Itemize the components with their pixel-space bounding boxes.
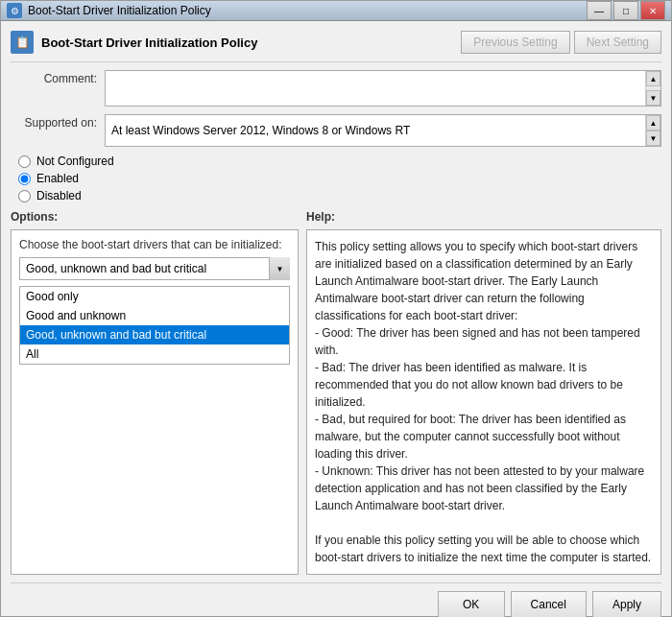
radio-disabled[interactable]: Disabled [18, 189, 661, 202]
window-title: Boot-Start Driver Initialization Policy [28, 4, 211, 17]
header-title: 📋 Boot-Start Driver Initialization Polic… [11, 31, 257, 54]
radio-enabled[interactable]: Enabled [18, 172, 661, 185]
radio-not-configured-label: Not Configured [36, 154, 114, 168]
minimize-button[interactable]: — [587, 1, 612, 20]
policy-title: Boot-Start Driver Initialization Policy [41, 36, 257, 50]
prev-setting-button[interactable]: Previous Setting [461, 31, 569, 54]
scroll-up-arrow2[interactable]: ▲ [646, 115, 660, 131]
ok-button[interactable]: OK [438, 591, 505, 617]
radio-enabled-input[interactable] [18, 173, 31, 185]
options-panel: Options: Choose the boot-start drivers t… [11, 210, 299, 575]
radio-enabled-label: Enabled [36, 172, 79, 185]
driver-select[interactable]: Good only Good and unknown Good, unknown… [19, 257, 290, 280]
radio-not-configured[interactable]: Not Configured [18, 154, 661, 168]
dropdown-item-good-unknown-bad[interactable]: Good, unknown and bad but critical [20, 325, 289, 344]
radio-disabled-label: Disabled [36, 189, 82, 202]
help-label: Help: [306, 210, 661, 224]
comment-scrollbar: ▲ ▼ [645, 71, 660, 106]
window-icon: ⚙ [7, 3, 22, 18]
options-inner-label: Choose the boot-start drivers that can b… [19, 238, 290, 251]
help-text: This policy setting allows you to specif… [306, 229, 661, 575]
supported-label: Supported on: [11, 114, 97, 130]
maximize-button[interactable]: □ [613, 1, 638, 20]
main-split: Options: Choose the boot-start drivers t… [11, 210, 661, 575]
help-panel: Help: This policy setting allows you to … [306, 210, 661, 575]
comment-label: Comment: [11, 70, 97, 85]
radio-section: Not Configured Enabled Disabled [11, 154, 661, 202]
scroll-down-arrow2[interactable]: ▼ [646, 131, 660, 146]
title-bar-left: ⚙ Boot-Start Driver Initialization Polic… [7, 3, 211, 18]
close-button[interactable]: ✕ [640, 1, 665, 20]
header-row: 📋 Boot-Start Driver Initialization Polic… [11, 31, 661, 62]
supported-wrapper: At least Windows Server 2012, Windows 8 … [105, 114, 661, 147]
supported-scrollbar: ▲ ▼ [645, 115, 660, 146]
scroll-up-arrow[interactable]: ▲ [646, 71, 660, 86]
nav-buttons: Previous Setting Next Setting [461, 31, 661, 54]
options-label: Options: [11, 210, 299, 224]
dropdown-item-all[interactable]: All [20, 344, 289, 364]
supported-row: Supported on: At least Windows Server 20… [11, 114, 661, 147]
bottom-bar: OK Cancel Apply [11, 582, 661, 617]
dropdown-item-good-only[interactable]: Good only [20, 287, 289, 306]
dropdown-item-good-unknown[interactable]: Good and unknown [20, 306, 289, 325]
radio-disabled-input[interactable] [18, 190, 31, 202]
apply-button[interactable]: Apply [592, 591, 661, 617]
comment-textarea[interactable] [106, 71, 645, 106]
radio-not-configured-input[interactable] [18, 155, 31, 168]
comment-textarea-wrapper: ▲ ▼ [105, 70, 661, 107]
dropdown-list: Good only Good and unknown Good, unknown… [19, 286, 290, 365]
comment-row: Comment: ▲ ▼ [11, 70, 661, 107]
cancel-button[interactable]: Cancel [511, 591, 587, 617]
scroll-down-arrow[interactable]: ▼ [646, 90, 660, 106]
supported-value: At least Windows Server 2012, Windows 8 … [106, 115, 645, 146]
content-area: 📋 Boot-Start Driver Initialization Polic… [1, 21, 671, 617]
title-bar: ⚙ Boot-Start Driver Initialization Polic… [1, 1, 671, 21]
title-bar-buttons: — □ ✕ [587, 1, 665, 20]
policy-icon: 📋 [11, 31, 34, 54]
dropdown-container: Good only Good and unknown Good, unknown… [19, 257, 290, 280]
options-box: Choose the boot-start drivers that can b… [11, 229, 299, 575]
next-setting-button[interactable]: Next Setting [574, 31, 661, 54]
main-window: ⚙ Boot-Start Driver Initialization Polic… [0, 0, 672, 617]
